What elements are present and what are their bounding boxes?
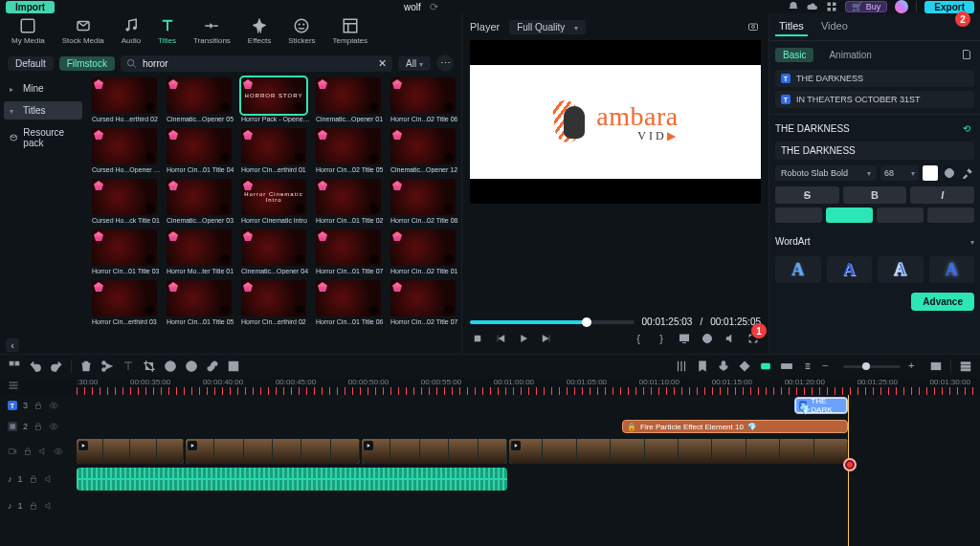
focus-icon[interactable]	[700, 331, 715, 346]
align-center[interactable]	[826, 207, 873, 223]
thumb-item[interactable]: Horror Cin...01 Title 04	[167, 128, 235, 173]
download-icon[interactable]	[220, 254, 230, 264]
clear-search[interactable]: ✕	[378, 57, 387, 70]
inspector-subtab-animation[interactable]: Animation	[821, 48, 879, 62]
layer-item-1[interactable]: TIN THEATERS OCTOBER 31ST	[775, 91, 974, 108]
apps-icon[interactable]	[826, 1, 837, 12]
download-icon[interactable]	[444, 254, 454, 264]
thumb-item[interactable]: Horror Cin...01 Title 06	[316, 280, 385, 325]
reset-section-icon[interactable]: ⟲	[959, 120, 974, 136]
tab-stock-media[interactable]: Stock Media	[56, 15, 110, 47]
tl-redo-icon[interactable]	[50, 360, 63, 373]
tl-greenscreen-icon[interactable]	[227, 360, 240, 373]
preview-progress[interactable]	[470, 320, 635, 324]
save-preset-icon[interactable]	[959, 47, 974, 62]
lock-icon[interactable]	[33, 401, 43, 410]
timeline-ruler[interactable]: :30:0000:00:35:0000:00:40:0000:00:45:000…	[0, 378, 980, 395]
sidebar-item-mine[interactable]: Mine	[4, 79, 82, 98]
download-icon[interactable]	[444, 102, 454, 112]
palette-icon[interactable]	[942, 165, 957, 181]
tl-zoom-fit-icon[interactable]	[929, 360, 943, 373]
wordart-style-1[interactable]: A	[775, 256, 821, 283]
tl-ripple-icon[interactable]	[759, 360, 772, 373]
strikethrough-button[interactable]: S	[775, 186, 839, 204]
italic-button[interactable]: I	[910, 186, 974, 204]
transport-play[interactable]	[516, 331, 531, 346]
download-icon[interactable]	[295, 254, 304, 264]
download-icon[interactable]	[295, 153, 304, 163]
eyedropper-icon[interactable]	[961, 166, 974, 180]
subtab-filmstock[interactable]: Filmstock	[59, 56, 115, 71]
thumb-item[interactable]: Horror Cin...02 Title 01	[390, 229, 459, 274]
thumb-item[interactable]: Cinematic...Opener 03	[167, 179, 235, 224]
bold-button[interactable]: B	[843, 186, 907, 204]
thumb-item[interactable]: Horror Cin...erthird 02	[241, 280, 310, 325]
import-button[interactable]: Import	[6, 1, 55, 13]
thumb-item[interactable]: Horror Cin...erthird 03	[92, 280, 161, 325]
clip-video-4[interactable]	[509, 439, 848, 464]
download-icon[interactable]	[145, 102, 155, 112]
tl-zoom-in-icon[interactable]: +	[908, 360, 922, 373]
clip-title[interactable]: TTHE DARK 💎	[794, 397, 848, 414]
snapshot-icon[interactable]	[746, 19, 761, 34]
eye-icon[interactable]	[49, 401, 58, 410]
mark-out-icon[interactable]: }	[654, 331, 669, 346]
search-input[interactable]	[143, 58, 372, 69]
align-left[interactable]	[775, 207, 822, 223]
thumb-item[interactable]: Horror Cin...02 Title 07	[390, 280, 459, 325]
lock-icon[interactable]	[29, 474, 38, 484]
tl-snap-icon[interactable]	[780, 360, 793, 373]
tl-linksync-icon[interactable]	[801, 360, 814, 373]
download-icon[interactable]	[369, 102, 379, 112]
tab-audio[interactable]: Audio	[116, 15, 146, 47]
preview-quality-dropdown[interactable]: Full Quality	[509, 20, 586, 34]
tl-chain-icon[interactable]	[206, 360, 219, 373]
thumb-item[interactable]: Horror Cin...01 Title 03	[92, 229, 161, 274]
align-justify[interactable]	[927, 207, 974, 223]
clip-video-3[interactable]	[362, 439, 507, 464]
tl-view-settings-icon[interactable]	[959, 360, 972, 373]
tl-speed-icon[interactable]	[164, 360, 177, 373]
clip-video-1[interactable]	[77, 439, 184, 464]
download-icon[interactable]	[145, 204, 155, 213]
volume-icon[interactable]	[723, 331, 738, 346]
thumb-item[interactable]: Cinematic...Opener 01	[316, 77, 385, 122]
mute-icon[interactable]	[44, 474, 54, 484]
tl-undo-icon[interactable]	[29, 360, 42, 373]
thumb-item[interactable]: Horror Cin...02 Title 05	[316, 128, 385, 173]
clip-effect[interactable]: 🔒Fire Particle Effect Element 10💎	[622, 420, 848, 433]
filter-all[interactable]: All	[398, 56, 431, 71]
thumb-item[interactable]: Cinematic...Opener 05	[167, 77, 235, 122]
tab-effects[interactable]: Effects	[242, 15, 277, 47]
sidebar-item-titles[interactable]: Titles	[4, 101, 82, 120]
thumb-item[interactable]: Cursed Ho...erthird 02	[92, 77, 161, 122]
thumb-item[interactable]: Horror Cin...erthird 01	[241, 128, 310, 173]
tl-zoom-out-icon[interactable]: −	[822, 360, 835, 373]
tl-marker-icon[interactable]	[696, 360, 709, 373]
thumb-item[interactable]: Horror Cinematic IntroHorror Cinematic I…	[241, 179, 310, 224]
thumb-item[interactable]: Cursed Ho...ck Title 01	[92, 179, 161, 224]
align-right[interactable]	[877, 207, 924, 223]
clip-video-2[interactable]	[186, 439, 360, 464]
tab-stickers[interactable]: Stickers	[282, 15, 321, 47]
tl-mixer-icon[interactable]	[675, 360, 688, 373]
tl-delete-icon[interactable]	[79, 360, 93, 373]
font-family-dropdown[interactable]: Roboto Slab Bold	[775, 165, 877, 181]
lock-icon[interactable]	[23, 447, 33, 456]
eye-icon[interactable]	[49, 422, 58, 431]
wordart-toggle-icon[interactable]	[970, 236, 974, 247]
download-icon[interactable]	[145, 153, 155, 163]
mute-icon[interactable]	[38, 447, 48, 456]
download-icon[interactable]	[369, 305, 379, 315]
cloud-icon[interactable]	[807, 1, 818, 12]
thumb-item[interactable]: Cinematic...Opener 12	[390, 128, 459, 173]
color-swatch[interactable]	[923, 165, 938, 181]
download-icon[interactable]	[295, 305, 304, 315]
thumb-item[interactable]: Horror Cin...01 Title 05	[167, 280, 235, 325]
lock-icon[interactable]	[33, 422, 43, 431]
tab-titles[interactable]: Titles	[152, 15, 182, 47]
tab-templates[interactable]: Templates	[327, 15, 373, 47]
thumb-item[interactable]: Horror Cin...01 Title 07	[316, 229, 385, 274]
download-icon[interactable]	[444, 153, 454, 163]
thumb-item[interactable]: Horror Cin...02 Title 08	[390, 179, 459, 224]
